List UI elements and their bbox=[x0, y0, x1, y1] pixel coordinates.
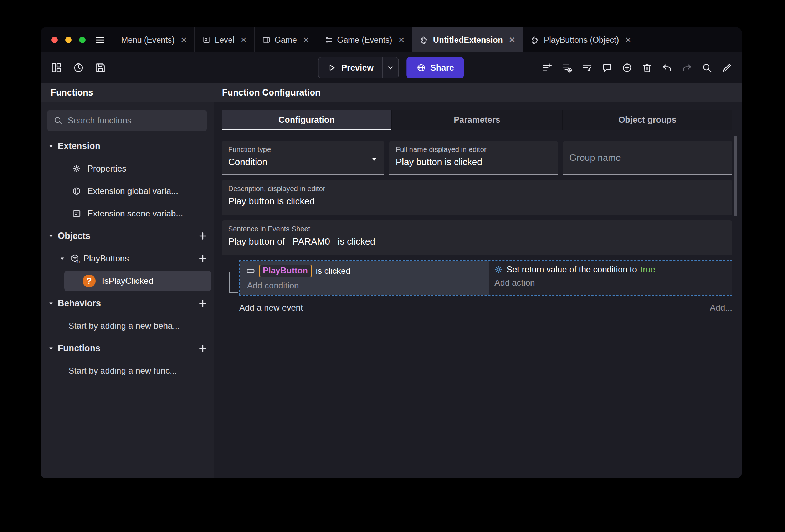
object-chip[interactable]: PlayButton bbox=[259, 265, 312, 277]
save-icon[interactable] bbox=[95, 62, 106, 73]
action-value: true bbox=[641, 265, 655, 275]
tab-parameters[interactable]: Parameters bbox=[391, 110, 562, 130]
tab-menu-events[interactable]: Menu (Events) × bbox=[113, 27, 195, 52]
tab-game[interactable]: Game × bbox=[255, 27, 317, 52]
behaviors-empty-state: Start by adding a new beha... bbox=[41, 314, 214, 337]
edit-wand-icon[interactable] bbox=[722, 62, 732, 73]
sidebar-section-functions[interactable]: Functions bbox=[41, 337, 214, 359]
tab-configuration[interactable]: Configuration bbox=[222, 110, 391, 130]
close-icon[interactable]: × bbox=[303, 35, 309, 45]
actions-column[interactable]: Set return value of the condition to tru… bbox=[489, 261, 732, 295]
add-object-function-button[interactable] bbox=[198, 254, 208, 264]
share-label: Share bbox=[430, 63, 454, 73]
add-other-event-icon[interactable] bbox=[582, 62, 592, 73]
sidebar-section-behaviors[interactable]: Behaviors bbox=[41, 292, 214, 314]
add-subevent-icon[interactable] bbox=[562, 62, 573, 73]
history-icon[interactable] bbox=[73, 62, 84, 73]
functions-empty-state: Start by adding a new func... bbox=[41, 359, 214, 382]
tab-playbuttons-object[interactable]: PlayButtons (Object) × bbox=[523, 27, 639, 52]
caret-down-icon bbox=[58, 255, 66, 262]
full-name-field[interactable]: Full name displayed in editor bbox=[389, 141, 558, 175]
item-label: PlayButtons bbox=[83, 254, 129, 264]
preview-split-button: Preview bbox=[318, 57, 399, 78]
add-new-event-button[interactable]: Add a new event bbox=[239, 303, 303, 313]
vertical-scrollbar-thumb[interactable] bbox=[734, 136, 737, 216]
project-manager-icon[interactable] bbox=[51, 62, 62, 73]
full-name-input[interactable] bbox=[396, 157, 551, 168]
sidebar-item-scene-variables[interactable]: Extension scene variab... bbox=[41, 202, 214, 225]
minimize-window-button[interactable] bbox=[65, 37, 72, 43]
redo-icon[interactable] bbox=[682, 62, 692, 73]
close-icon[interactable]: × bbox=[241, 35, 246, 45]
close-icon[interactable]: × bbox=[509, 35, 515, 45]
group-name-input[interactable] bbox=[569, 152, 726, 163]
add-condition-button[interactable]: Add condition bbox=[246, 281, 484, 291]
close-icon[interactable]: × bbox=[181, 35, 187, 45]
preview-button[interactable]: Preview bbox=[318, 57, 382, 78]
condition-item[interactable]: PlayButton is clicked bbox=[246, 265, 484, 277]
delete-icon[interactable] bbox=[642, 62, 652, 73]
add-behavior-button[interactable] bbox=[198, 298, 208, 308]
selected-function-row[interactable]: ? IsPlayClicked bbox=[64, 271, 211, 291]
tab-object-groups[interactable]: Object groups bbox=[562, 110, 732, 130]
scene-icon bbox=[202, 36, 210, 44]
sentence-input[interactable] bbox=[228, 236, 726, 247]
main-header: Function Configuration bbox=[214, 83, 742, 102]
add-object-button[interactable] bbox=[198, 231, 208, 241]
item-label: Extension global varia... bbox=[87, 186, 178, 196]
add-event-icon[interactable] bbox=[542, 62, 553, 73]
item-label: Properties bbox=[87, 164, 126, 174]
add-function-button[interactable] bbox=[198, 343, 208, 353]
field-value: Condition bbox=[228, 157, 378, 168]
functions-sidebar: Functions Extension Properties Extension… bbox=[41, 83, 214, 478]
sidebar-item-global-variables[interactable]: Extension global varia... bbox=[41, 180, 214, 202]
sidebar-item-properties[interactable]: Properties bbox=[41, 157, 214, 180]
gear-icon bbox=[72, 164, 81, 173]
condition-question-icon: ? bbox=[83, 275, 96, 287]
tab-level[interactable]: Level × bbox=[195, 27, 255, 52]
search-icon[interactable] bbox=[702, 62, 712, 73]
description-input[interactable] bbox=[228, 196, 726, 207]
preview-label: Preview bbox=[341, 63, 374, 73]
section-label: Extension bbox=[58, 141, 100, 151]
search-input[interactable] bbox=[68, 116, 201, 126]
group-name-field[interactable] bbox=[563, 141, 732, 175]
section-label: Functions bbox=[58, 343, 100, 353]
maximize-window-button[interactable] bbox=[79, 37, 86, 43]
section-label: Objects bbox=[58, 231, 91, 241]
undo-icon[interactable] bbox=[662, 62, 672, 73]
sentence-field[interactable]: Sentence in Events Sheet bbox=[222, 220, 732, 255]
tab-bar: Menu (Events) × Level × Game × Game (Eve… bbox=[41, 27, 742, 52]
preview-options-button[interactable] bbox=[382, 57, 399, 78]
choose-add-icon[interactable] bbox=[622, 62, 632, 73]
function-configuration-panel: Function Configuration Configuration Par… bbox=[214, 83, 742, 478]
field-label: Function type bbox=[228, 145, 378, 154]
editor-tabs: Menu (Events) × Level × Game × Game (Eve… bbox=[113, 27, 639, 52]
main-menu-icon[interactable] bbox=[95, 35, 106, 45]
tab-label: Menu (Events) bbox=[121, 35, 175, 45]
tab-label: Game bbox=[275, 35, 297, 45]
sidebar-item-playbuttons[interactable]: 2D PlayButtons bbox=[41, 247, 214, 270]
share-button[interactable]: Share bbox=[406, 57, 464, 78]
cube-2d-icon: 2D bbox=[70, 254, 80, 264]
play-icon bbox=[327, 63, 336, 72]
action-item[interactable]: Set return value of the condition to tru… bbox=[494, 265, 726, 275]
add-more-button[interactable]: Add... bbox=[710, 303, 732, 313]
close-icon[interactable]: × bbox=[399, 35, 404, 45]
function-type-select[interactable]: Function type Condition bbox=[222, 141, 384, 175]
close-window-button[interactable] bbox=[51, 37, 58, 43]
tab-game-events[interactable]: Game (Events) × bbox=[317, 27, 412, 52]
conditions-column[interactable]: PlayButton is clicked Add condition bbox=[240, 261, 489, 295]
close-icon[interactable]: × bbox=[625, 35, 631, 45]
sidebar-item-isplayclicked[interactable]: ? IsPlayClicked bbox=[41, 270, 214, 292]
card-icon bbox=[72, 209, 81, 218]
event-row[interactable]: PlayButton is clicked Add condition Set … bbox=[239, 260, 732, 296]
film-icon bbox=[262, 36, 270, 44]
sidebar-section-objects[interactable]: Objects bbox=[41, 225, 214, 247]
add-action-button[interactable]: Add action bbox=[494, 278, 726, 288]
description-field[interactable]: Description, displayed in editor bbox=[222, 180, 732, 215]
add-comment-icon[interactable] bbox=[602, 62, 612, 73]
tab-untitled-extension[interactable]: UntitledExtension × bbox=[412, 27, 523, 52]
sidebar-section-extension[interactable]: Extension bbox=[41, 135, 214, 157]
caret-down-icon bbox=[47, 142, 55, 150]
